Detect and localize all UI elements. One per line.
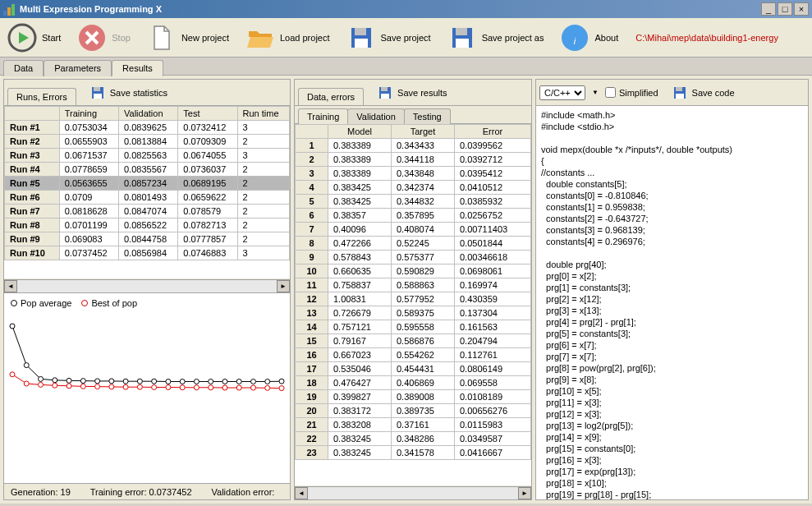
save-project-as-button[interactable]: Save project as bbox=[443, 21, 555, 55]
pane-code: C/C++ ▼ Simplified Save code #include <m… bbox=[535, 79, 809, 500]
svg-point-51 bbox=[265, 385, 270, 390]
save-statistics-button[interactable]: Save statistics bbox=[81, 82, 177, 104]
load-project-button[interactable]: Load project bbox=[241, 21, 341, 55]
table-row[interactable]: Run #70.08186280.08470740.0785792 bbox=[5, 205, 290, 218]
table-row[interactable]: 70.400960.4080740.00711403 bbox=[296, 223, 531, 237]
table-row[interactable]: 180.4764270.4068690.069558 bbox=[296, 376, 531, 390]
scroll-left-icon[interactable]: ◄ bbox=[4, 280, 17, 292]
svg-point-14 bbox=[24, 363, 29, 368]
runs-table[interactable]: Training Validation Test Run time Run #1… bbox=[4, 106, 290, 260]
save-project-button[interactable]: Save project bbox=[342, 21, 442, 55]
table-row[interactable]: 30.3833890.3438480.0395412 bbox=[296, 167, 531, 181]
table-row[interactable]: 230.3832450.3415780.0416667 bbox=[296, 446, 531, 460]
svg-rect-11 bbox=[94, 87, 100, 91]
svg-point-42 bbox=[137, 384, 142, 389]
table-row[interactable]: Run #40.07786590.08355670.07360372 bbox=[5, 163, 290, 177]
stop-button[interactable]: Stop bbox=[73, 21, 141, 55]
tab-data[interactable]: Data bbox=[3, 60, 44, 76]
svg-rect-7 bbox=[456, 39, 469, 48]
svg-point-46 bbox=[194, 385, 199, 390]
floppy-small-icon bbox=[378, 85, 392, 100]
table-row[interactable]: Run #80.07011990.08565220.07827132 bbox=[5, 218, 290, 232]
scroll-right-icon[interactable]: ► bbox=[518, 487, 531, 499]
results-table[interactable]: Model Target Error 10.3833890.3434330.03… bbox=[295, 124, 531, 460]
scroll-right-icon[interactable]: ► bbox=[277, 280, 290, 292]
table-row[interactable]: Run #20.06559030.08138840.07093092 bbox=[5, 135, 290, 149]
dropdown-icon[interactable]: ▼ bbox=[590, 89, 600, 96]
table-row[interactable]: 190.3998270.3890080.0108189 bbox=[296, 390, 531, 404]
maximize-button[interactable]: □ bbox=[778, 2, 792, 16]
svg-rect-3 bbox=[355, 28, 366, 35]
start-button[interactable]: Start bbox=[3, 21, 71, 55]
table-row[interactable]: 130.7266790.5893750.137304 bbox=[296, 306, 531, 320]
table-row[interactable]: 110.7588370.5888630.169974 bbox=[296, 278, 531, 292]
svg-point-15 bbox=[39, 376, 44, 381]
table-row[interactable]: 90.5788430.5753770.00346618 bbox=[296, 251, 531, 264]
table-row[interactable]: Run #30.06715370.08255630.06740553 bbox=[5, 149, 290, 163]
status-validation-error: Validation error: bbox=[212, 487, 275, 497]
simplified-checkbox-label[interactable]: Simplified bbox=[605, 87, 658, 98]
svg-point-36 bbox=[53, 383, 57, 388]
table-row[interactable]: 40.3834250.3423740.0410512 bbox=[296, 181, 531, 195]
svg-point-25 bbox=[180, 379, 185, 384]
save-results-button[interactable]: Save results bbox=[369, 82, 456, 104]
pane-runs: Runs, Errors Save statistics Training Va… bbox=[3, 79, 291, 500]
svg-rect-4 bbox=[355, 39, 368, 48]
new-project-button[interactable]: New project bbox=[143, 21, 240, 55]
table-row[interactable]: Run #60.07090.08014930.06596222 bbox=[5, 191, 290, 205]
folder-open-icon bbox=[245, 23, 275, 53]
svg-point-32 bbox=[279, 379, 284, 384]
svg-point-33 bbox=[10, 372, 15, 377]
table-row[interactable]: 80.4722660.522450.0501844 bbox=[296, 237, 531, 251]
about-button[interactable]: i About bbox=[556, 21, 629, 55]
svg-point-38 bbox=[80, 384, 85, 389]
table-row[interactable]: Run #90.0690830.08447580.07778572 bbox=[5, 232, 290, 246]
svg-point-52 bbox=[279, 386, 284, 391]
svg-point-45 bbox=[180, 385, 185, 390]
subtab-testing[interactable]: Testing bbox=[404, 108, 451, 124]
table-row[interactable]: 121.008310.5779520.430359 bbox=[296, 292, 531, 306]
simplified-checkbox[interactable] bbox=[605, 87, 616, 98]
table-row[interactable]: 170.5350460.4544310.0806149 bbox=[296, 362, 531, 376]
table-row[interactable]: 220.3832450.3482860.0349587 bbox=[296, 432, 531, 446]
language-select[interactable]: C/C++ bbox=[539, 85, 585, 100]
save-code-button[interactable]: Save code bbox=[663, 82, 744, 104]
svg-point-17 bbox=[67, 378, 71, 383]
table-row[interactable]: 160.6670230.5542620.112761 bbox=[296, 348, 531, 362]
svg-point-44 bbox=[166, 384, 171, 389]
close-button[interactable]: × bbox=[794, 2, 809, 16]
svg-point-34 bbox=[24, 381, 29, 386]
data-errors-tab[interactable]: Data, errors bbox=[298, 88, 364, 105]
tab-parameters[interactable]: Parameters bbox=[44, 60, 112, 76]
svg-point-31 bbox=[265, 379, 270, 384]
code-viewer[interactable]: #include <math.h> #include <stdio.h> voi… bbox=[536, 106, 808, 499]
table-row[interactable]: 140.7571210.5955580.161563 bbox=[296, 320, 531, 334]
table-row[interactable]: 60.383570.3578950.0256752 bbox=[296, 209, 531, 223]
subtab-training[interactable]: Training bbox=[298, 108, 348, 124]
runs-scroll-h[interactable]: ◄ ► bbox=[4, 279, 290, 292]
table-row[interactable]: 20.3833890.3441180.0392712 bbox=[296, 153, 531, 167]
tab-results[interactable]: Results bbox=[112, 60, 163, 76]
runs-errors-tab[interactable]: Runs, Errors bbox=[7, 88, 76, 105]
table-row[interactable]: 200.3831720.3897350.00656276 bbox=[296, 404, 531, 418]
svg-point-20 bbox=[109, 379, 114, 384]
svg-point-43 bbox=[152, 384, 157, 389]
chart-area: Pop average Best of pop bbox=[4, 292, 290, 483]
table-row[interactable]: Run #10.07530340.08396250.07324123 bbox=[5, 121, 290, 135]
results-scroll-h[interactable]: ◄ ► bbox=[295, 486, 531, 499]
svg-point-13 bbox=[10, 324, 15, 329]
table-row[interactable]: Run #50.05636550.08572340.06891952 bbox=[5, 177, 290, 191]
table-row[interactable]: 210.3832080.371610.0115983 bbox=[296, 418, 531, 432]
table-row[interactable]: 100.6606350.5908290.0698061 bbox=[296, 264, 531, 278]
table-row[interactable]: 50.3834250.3448320.0385932 bbox=[296, 195, 531, 209]
status-bar: Generation: 19 Training error: 0.0737452… bbox=[4, 483, 290, 499]
main-tabs: Data Parameters Results bbox=[0, 58, 812, 76]
subtab-validation[interactable]: Validation bbox=[347, 108, 405, 124]
table-row[interactable]: Run #100.07374520.08569840.07468833 bbox=[5, 246, 290, 260]
table-row[interactable]: 10.3833890.3434330.0399562 bbox=[296, 139, 531, 153]
table-row[interactable]: 150.791670.5868760.204794 bbox=[296, 334, 531, 348]
minimize-button[interactable]: _ bbox=[761, 2, 776, 16]
chart-svg bbox=[7, 310, 287, 400]
scroll-left-icon[interactable]: ◄ bbox=[295, 487, 308, 499]
file-path: C:\Mihai\mep\data\building1-energy bbox=[631, 33, 783, 43]
